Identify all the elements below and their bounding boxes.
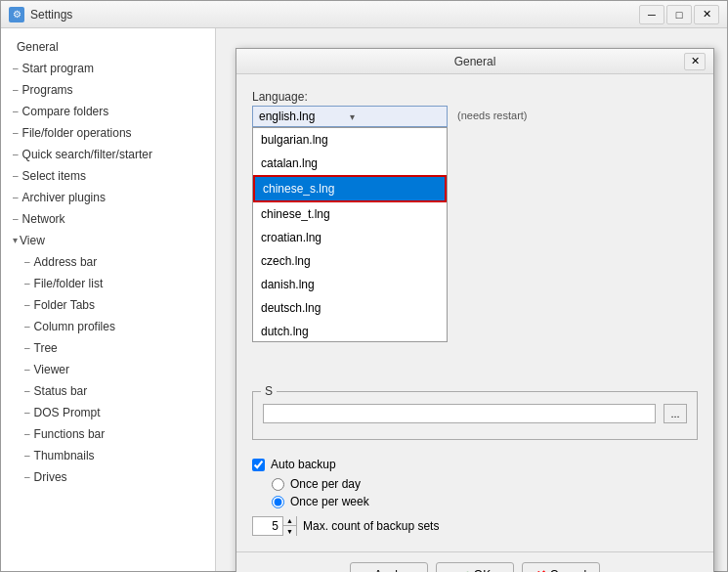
spin-up-button[interactable]: ▲ xyxy=(282,516,296,526)
title-bar: ⚙ Settings ─ □ ✕ xyxy=(1,1,727,28)
sidebar-item-archiver-plugins[interactable]: – Archiver plugins xyxy=(1,187,215,208)
once-per-day-row: Once per day xyxy=(272,477,698,491)
lang-option-czech[interactable]: czech.lng xyxy=(253,249,447,273)
lang-option-bulgarian[interactable]: bulgarian.lng xyxy=(253,128,447,152)
sidebar-label-drives: Drives xyxy=(34,468,67,486)
sidebar-item-compare-folders[interactable]: – Compare folders xyxy=(1,101,215,122)
max-backup-row: ▲ ▼ Max. count of backup sets xyxy=(252,516,698,536)
save-field-row: ... xyxy=(263,404,687,423)
lang-option-chinese-t[interactable]: chinese_t.lng xyxy=(253,202,447,226)
lang-option-danish[interactable]: danish.lng xyxy=(253,273,447,296)
language-dropdown-list[interactable]: bulgarian.lng catalan.lng chinese_s.lng … xyxy=(252,127,448,342)
lang-option-deutsch[interactable]: deutsch.lng xyxy=(253,296,447,320)
sidebar-item-viewer[interactable]: – Viewer xyxy=(1,359,215,380)
dialog-close-button[interactable]: ✕ xyxy=(684,53,706,70)
bullet-icon: – xyxy=(24,447,30,464)
sidebar-item-functions-bar[interactable]: – Functions bar xyxy=(1,423,215,445)
sidebar-item-quick-search[interactable]: – Quick search/filter/starter xyxy=(1,144,215,165)
language-selected-text: english.lng xyxy=(259,110,350,123)
ok-label: OK xyxy=(474,568,491,572)
minimize-button[interactable]: ─ xyxy=(639,5,664,24)
once-per-week-row: Once per week xyxy=(272,495,698,508)
once-per-week-label: Once per week xyxy=(290,495,369,508)
apply-label: Apply xyxy=(374,568,404,572)
bullet-icon: – xyxy=(13,124,19,142)
bullet-icon: – xyxy=(24,253,30,271)
apply-button[interactable]: Apply xyxy=(350,562,428,572)
expand-icon: ▾ xyxy=(13,232,18,249)
sidebar-label-dos-prompt: DOS Prompt xyxy=(34,404,101,421)
save-path-input[interactable] xyxy=(263,404,656,423)
sidebar-item-view[interactable]: ▾ View xyxy=(1,230,215,251)
auto-backup-row: Auto backup xyxy=(252,458,698,471)
sidebar-label-general: General xyxy=(17,38,59,56)
maximize-button[interactable]: □ xyxy=(666,5,692,24)
cancel-button[interactable]: ✘ Cancel xyxy=(522,562,600,572)
bullet-icon: – xyxy=(24,404,30,421)
lang-option-chinese-s[interactable]: chinese_s.lng xyxy=(253,175,447,202)
sidebar-item-select-items[interactable]: – Select items xyxy=(1,165,215,187)
bullet-icon: – xyxy=(24,425,30,443)
lang-option-catalan[interactable]: catalan.lng xyxy=(253,152,447,175)
once-per-day-label: Once per day xyxy=(290,477,361,491)
backup-section: Auto backup Once per day Once per week xyxy=(252,458,698,536)
sidebar-item-tree[interactable]: – Tree xyxy=(1,337,215,359)
sidebar-item-network[interactable]: – Network xyxy=(1,208,215,230)
save-section: S ... xyxy=(252,391,698,440)
sidebar-item-dos-prompt[interactable]: – DOS Prompt xyxy=(1,402,215,423)
sidebar-label-archiver-plugins: Archiver plugins xyxy=(22,189,106,206)
sidebar-item-drives[interactable]: – Drives xyxy=(1,466,215,488)
sidebar-label-status-bar: Status bar xyxy=(34,382,88,400)
sidebar-label-tree: Tree xyxy=(34,339,58,357)
language-label: Language: xyxy=(252,90,698,104)
max-backup-input[interactable] xyxy=(253,519,282,533)
once-per-week-radio[interactable] xyxy=(272,496,284,508)
cancel-label: Cancel xyxy=(550,568,586,572)
bullet-icon: – xyxy=(13,81,19,99)
ok-button[interactable]: ✔ OK xyxy=(436,562,514,572)
general-dialog: General ✕ Language: english.lng ▾ xyxy=(236,48,714,572)
restart-note: (needs restart) xyxy=(457,110,528,121)
bullet-icon: – xyxy=(13,60,19,77)
close-button[interactable]: ✕ xyxy=(694,5,719,24)
spin-down-button[interactable]: ▼ xyxy=(282,526,296,536)
bullet-icon: – xyxy=(13,167,19,185)
sidebar-label-start-program: Start program xyxy=(22,60,94,77)
sidebar-label-folder-tabs: Folder Tabs xyxy=(34,296,95,314)
language-dropdown-selected[interactable]: english.lng ▾ xyxy=(252,106,448,127)
max-backup-spinbox[interactable]: ▲ ▼ xyxy=(252,516,297,536)
sidebar-item-address-bar[interactable]: – Address bar xyxy=(1,251,215,273)
once-per-day-radio[interactable] xyxy=(272,478,284,491)
sidebar-label-functions-bar: Functions bar xyxy=(34,425,106,443)
sidebar-item-programs[interactable]: – Programs xyxy=(1,79,215,101)
lang-option-croatian[interactable]: croatian.lng xyxy=(253,226,447,249)
sidebar-item-column-profiles[interactable]: – Column profiles xyxy=(1,316,215,337)
auto-backup-label: Auto backup xyxy=(271,458,336,471)
dialog-title: General xyxy=(266,55,684,68)
ok-icon: ✔ xyxy=(459,568,470,573)
sidebar-label-select-items: Select items xyxy=(22,167,86,185)
bullet-icon: – xyxy=(24,468,30,486)
browse-button[interactable]: ... xyxy=(664,404,687,423)
auto-backup-checkbox[interactable] xyxy=(252,459,265,471)
bullet-icon: – xyxy=(13,146,19,163)
sidebar-item-folder-tabs[interactable]: – Folder Tabs xyxy=(1,294,215,316)
sidebar-item-start-program[interactable]: – Start program xyxy=(1,58,215,79)
sidebar-item-thumbnails[interactable]: – Thumbnails xyxy=(1,445,215,466)
sidebar-label-quick-search: Quick search/filter/starter xyxy=(22,146,152,163)
settings-icon: ⚙ xyxy=(9,7,24,22)
dialog-footer: Apply ✔ OK ✘ Cancel xyxy=(236,551,713,572)
language-dropdown-wrapper: english.lng ▾ bulgarian.lng catalan.lng … xyxy=(252,106,448,127)
sidebar-item-file-folder-ops[interactable]: – File/folder operations xyxy=(1,122,215,144)
lang-option-dutch[interactable]: dutch.lng xyxy=(253,320,447,342)
window-title: Settings xyxy=(30,8,639,22)
sidebar-item-status-bar[interactable]: – Status bar xyxy=(1,380,215,402)
backup-radio-group: Once per day Once per week xyxy=(272,477,698,508)
max-backup-label: Max. count of backup sets xyxy=(303,519,439,533)
bullet-icon: – xyxy=(24,361,30,378)
bullet-icon: – xyxy=(13,210,19,228)
bullet-icon: – xyxy=(24,296,30,314)
sidebar-item-file-folder-list[interactable]: – File/folder list xyxy=(1,273,215,294)
save-section-label: S xyxy=(261,384,277,398)
sidebar-item-general[interactable]: General xyxy=(1,36,215,58)
